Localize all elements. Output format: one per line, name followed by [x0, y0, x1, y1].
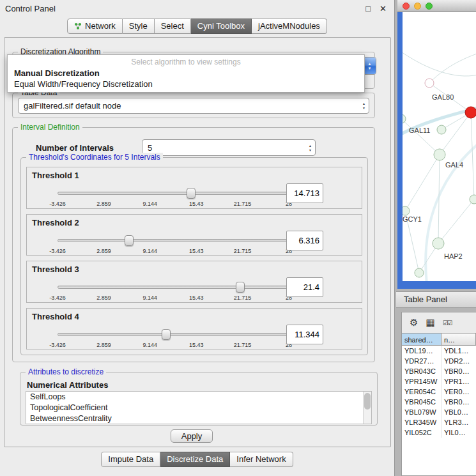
- cell-name[interactable]: YIL0…: [441, 427, 476, 438]
- float-window-icon[interactable]: □: [365, 4, 371, 13]
- cell-shared-name[interactable]: YBR045C: [402, 397, 441, 407]
- tab-cyni-toolbox[interactable]: Cyni Toolbox: [191, 19, 252, 34]
- combo-stepper-icon[interactable]: ▲ ▼: [363, 58, 376, 74]
- gear-icon[interactable]: ⚙: [410, 317, 418, 328]
- select-columns-icon[interactable]: ☑☑: [443, 319, 452, 326]
- slider-thumb[interactable]: [125, 235, 134, 246]
- column-header-shared-name[interactable]: shared…: [402, 333, 441, 346]
- tab-label: Select: [161, 21, 184, 31]
- tab-jactivemnodules[interactable]: jActiveMNodules: [252, 19, 327, 34]
- threshold-value-input[interactable]: [286, 183, 323, 203]
- tick-label: 21.715: [234, 342, 252, 348]
- network-node-green[interactable]: [403, 206, 410, 215]
- threshold-label: Threshold 3: [32, 265, 79, 274]
- cell-name[interactable]: YDR2…: [441, 356, 476, 366]
- slider-thumb[interactable]: [162, 329, 171, 340]
- node-label: GAL4: [445, 161, 463, 169]
- node-label: GAL11: [409, 127, 430, 134]
- cell-shared-name[interactable]: YBL079W: [402, 407, 441, 417]
- dropdown-option-manual-discretization[interactable]: Manual Discretization: [8, 68, 364, 79]
- zoom-traffic-light-icon[interactable]: [426, 3, 433, 10]
- table-row[interactable]: YBR045CYBR0…: [402, 397, 476, 407]
- table-data-combo[interactable]: galFiltered.sif default node ▲ ▼: [18, 98, 369, 114]
- cell-name[interactable]: YBR0…: [441, 397, 476, 407]
- threshold-value-input[interactable]: [286, 325, 323, 344]
- cell-name[interactable]: YBL0…: [441, 407, 476, 417]
- network-node-green[interactable]: [415, 268, 424, 277]
- node-label: GAL80: [432, 93, 454, 101]
- cell-shared-name[interactable]: YDR27…: [402, 356, 441, 366]
- cell-name[interactable]: YPR1…: [441, 376, 476, 387]
- list-item[interactable]: SelfLoops: [26, 392, 371, 403]
- slider-scale: -3.4262.8599.14415.4321.71528: [58, 201, 289, 208]
- column-header-name[interactable]: n…: [441, 333, 476, 346]
- arrow-down-icon: ▼: [368, 66, 372, 70]
- table-body: YDL19…YDL1… YDR27…YDR2… YBR043CYBR0… YPR…: [402, 346, 476, 475]
- slider-track[interactable]: [58, 286, 289, 289]
- cell-shared-name[interactable]: YIL052C: [402, 427, 441, 438]
- cell-shared-name[interactable]: YDL19…: [402, 346, 441, 356]
- close-traffic-light-icon[interactable]: [403, 3, 410, 10]
- minimize-traffic-light-icon[interactable]: [414, 3, 421, 10]
- tab-style[interactable]: Style: [123, 19, 155, 34]
- network-node-red[interactable]: [465, 107, 476, 118]
- threshold-value-input[interactable]: [286, 231, 323, 250]
- threshold-slider-1[interactable]: [58, 188, 289, 199]
- threshold-value-input[interactable]: [286, 277, 323, 297]
- apply-button[interactable]: Apply: [171, 429, 213, 443]
- cell-name[interactable]: YLR3…: [441, 417, 476, 427]
- threshold-slider-4[interactable]: [58, 330, 289, 340]
- table-row[interactable]: YPR145WYPR1…: [402, 376, 476, 387]
- tab-infer-network[interactable]: Infer Network: [230, 452, 293, 467]
- tab-label: Cyni Toolbox: [197, 21, 245, 31]
- close-icon[interactable]: ✕: [380, 4, 387, 13]
- table-row[interactable]: YBL079WYBL0…: [402, 407, 476, 417]
- network-node-green[interactable]: [433, 238, 444, 249]
- scrollbar[interactable]: [363, 392, 371, 424]
- network-node-green[interactable]: [403, 114, 406, 123]
- tab-network[interactable]: Network: [67, 19, 123, 34]
- tab-impute-data[interactable]: Impute Data: [101, 452, 160, 467]
- scrollbar-thumb[interactable]: [364, 393, 371, 410]
- threshold-label: Threshold 4: [32, 312, 79, 321]
- combo-stepper-icon[interactable]: ▲ ▼: [305, 140, 315, 155]
- cell-name[interactable]: YDL1…: [441, 346, 476, 356]
- cell-shared-name[interactable]: YBR043C: [402, 366, 441, 376]
- table-row[interactable]: YDR27…YDR2…: [402, 356, 476, 366]
- slider-thumb[interactable]: [236, 282, 245, 293]
- network-node-green[interactable]: [470, 195, 476, 204]
- table-row[interactable]: YBR043CYBR0…: [402, 366, 476, 376]
- thresholds-stack: Threshold 1 -3.4262.8599.14415.4321.7152…: [21, 158, 367, 355]
- columns-icon[interactable]: ▦: [426, 317, 434, 328]
- network-node-green[interactable]: [437, 125, 446, 134]
- cell-shared-name[interactable]: YLR345W: [402, 417, 441, 427]
- cell-shared-name[interactable]: YER054C: [402, 387, 441, 397]
- arrow-down-icon: ▼: [362, 106, 365, 110]
- network-canvas[interactable]: GAL80GAL11GAL4GCY1HAP2: [403, 12, 476, 281]
- cell-shared-name[interactable]: YPR145W: [402, 376, 441, 387]
- threshold-slider-3[interactable]: [58, 282, 289, 293]
- tick-label: 15.43: [189, 342, 204, 348]
- network-node-pink[interactable]: [425, 79, 434, 88]
- combo-stepper-icon[interactable]: ▲ ▼: [359, 98, 369, 113]
- arrow-up-icon: ▲: [362, 102, 365, 105]
- slider-track[interactable]: [58, 192, 289, 195]
- list-item[interactable]: TopologicalCoefficient: [26, 403, 371, 413]
- slider-thumb[interactable]: [187, 188, 196, 199]
- cell-name[interactable]: YBR0…: [441, 366, 476, 376]
- tab-discretize-data[interactable]: Discretize Data: [160, 452, 230, 467]
- table-row[interactable]: YLR345WYLR3…: [402, 417, 476, 427]
- dropdown-option-equal-width[interactable]: Equal Width/Frequency Discretization: [8, 79, 364, 89]
- network-node-green[interactable]: [434, 149, 445, 160]
- tab-label: Network: [85, 21, 116, 31]
- threshold-slider-2[interactable]: [58, 236, 289, 246]
- table-row[interactable]: YDL19…YDL1…: [402, 346, 476, 356]
- list-item[interactable]: BetweennessCentrality: [26, 413, 371, 424]
- table-row[interactable]: YER054CYER0…: [402, 387, 476, 397]
- slider-track[interactable]: [58, 333, 289, 336]
- cell-name[interactable]: YER0…: [441, 387, 476, 397]
- table-row[interactable]: YIL052CYIL0…: [402, 427, 476, 438]
- tab-select[interactable]: Select: [155, 19, 191, 34]
- slider-track[interactable]: [58, 239, 289, 242]
- number-of-intervals-combo[interactable]: 5 ▲ ▼: [142, 139, 316, 156]
